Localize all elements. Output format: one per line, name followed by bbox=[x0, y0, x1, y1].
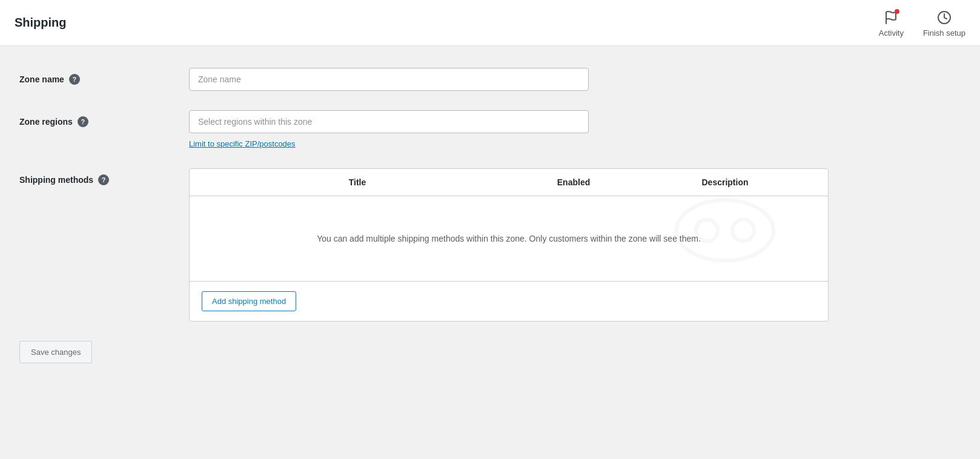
finish-setup-label: Finish setup bbox=[923, 28, 965, 38]
save-section: Save changes bbox=[19, 341, 829, 363]
zone-regions-label: Zone regions bbox=[19, 117, 73, 127]
finish-setup-nav-item[interactable]: Finish setup bbox=[923, 8, 965, 38]
column-title: Title bbox=[202, 177, 513, 187]
zone-regions-field: Limit to specific ZIP/postcodes bbox=[189, 110, 589, 149]
finish-setup-icon-wrap bbox=[935, 8, 954, 27]
svg-point-4 bbox=[732, 220, 754, 242]
shipping-methods-help-icon[interactable]: ? bbox=[98, 174, 109, 185]
table-footer: Add shipping method bbox=[190, 281, 828, 321]
table-empty-state: You can add multiple shipping methods wi… bbox=[190, 196, 828, 281]
page-header: Shipping Activity Finish setup bbox=[0, 0, 980, 46]
zone-regions-row: Zone regions ? Limit to specific ZIP/pos… bbox=[19, 110, 829, 149]
zone-regions-help-icon[interactable]: ? bbox=[78, 116, 88, 127]
page-title: Shipping bbox=[15, 16, 67, 30]
zone-name-help-icon[interactable]: ? bbox=[69, 74, 80, 85]
activity-nav-item[interactable]: Activity bbox=[879, 8, 904, 38]
notification-badge bbox=[895, 9, 899, 14]
table-empty-message: You can add multiple shipping methods wi… bbox=[317, 234, 701, 243]
limit-zip-link[interactable]: Limit to specific ZIP/postcodes bbox=[189, 139, 296, 148]
zone-name-row: Zone name ? bbox=[19, 68, 829, 91]
column-description: Description bbox=[634, 177, 816, 187]
activity-icon-wrap bbox=[881, 8, 901, 27]
table-header: Title Enabled Description bbox=[190, 169, 828, 196]
activity-label: Activity bbox=[879, 28, 904, 38]
zone-name-label: Zone name bbox=[19, 74, 64, 84]
save-changes-button[interactable]: Save changes bbox=[19, 341, 92, 363]
zone-name-field bbox=[189, 68, 589, 91]
zone-regions-label-group: Zone regions ? bbox=[19, 110, 189, 127]
shipping-methods-label-group: Shipping methods ? bbox=[19, 168, 189, 185]
svg-point-2 bbox=[677, 200, 773, 261]
zone-name-input[interactable] bbox=[189, 68, 589, 91]
zone-name-label-group: Zone name ? bbox=[19, 68, 189, 85]
zone-regions-input[interactable] bbox=[189, 110, 589, 133]
add-shipping-method-button[interactable]: Add shipping method bbox=[202, 291, 296, 311]
shipping-methods-label: Shipping methods bbox=[19, 175, 93, 185]
column-enabled: Enabled bbox=[513, 177, 634, 187]
clock-icon bbox=[937, 10, 952, 25]
main-content: Zone name ? Zone regions ? Limit to spec… bbox=[0, 46, 848, 388]
shipping-methods-row: Shipping methods ? Title Enabled Descrip… bbox=[19, 168, 829, 322]
header-actions: Activity Finish setup bbox=[879, 8, 965, 38]
shipping-methods-table: Title Enabled Description You can add mu… bbox=[189, 168, 829, 322]
